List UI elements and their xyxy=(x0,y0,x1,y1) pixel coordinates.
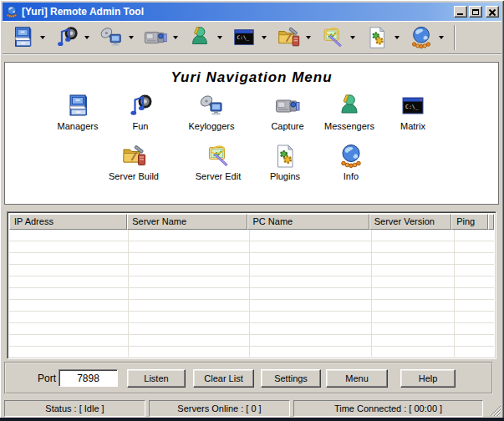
chevron-down-icon xyxy=(84,36,89,39)
toolbar-keyloggers-button[interactable] xyxy=(96,23,126,52)
nav-item-messengers[interactable]: Messengers xyxy=(316,93,383,131)
chevron-down-icon xyxy=(173,36,178,39)
nav-item-server-build[interactable]: Server Build xyxy=(100,143,167,181)
toolbar-keyloggers-dropdown[interactable] xyxy=(126,29,136,46)
status-panel-servers-online: Servers Online : [ 0 ] xyxy=(149,400,290,417)
messengers-icon xyxy=(336,93,363,119)
column-header-ping[interactable]: Ping xyxy=(451,214,488,230)
toolbar-server-build-dropdown[interactable] xyxy=(303,29,313,46)
nav-item-label: Capture xyxy=(254,121,321,131)
toolbar-fun-dropdown[interactable] xyxy=(82,29,92,46)
app-globe-icon xyxy=(5,5,18,18)
toolbar-divider xyxy=(3,53,501,55)
keyloggers-icon xyxy=(198,93,225,119)
title-bar[interactable]: [Yuri] Remote Admin Tool xyxy=(3,3,501,21)
server-list-header: IP Adress Server Name PC Name Server Ver… xyxy=(9,214,494,230)
close-icon xyxy=(489,9,496,15)
column-header-server-version[interactable]: Server Version xyxy=(369,214,451,230)
toolbar-matrix-dropdown[interactable] xyxy=(259,29,269,46)
toolbar-fun-button[interactable] xyxy=(52,23,82,52)
server-list: IP Adress Server Name PC Name Server Ver… xyxy=(7,211,496,359)
nav-item-label: Matrix xyxy=(379,121,446,131)
chevron-down-icon xyxy=(262,36,267,39)
nav-item-managers[interactable]: Managers xyxy=(44,93,111,131)
chevron-down-icon xyxy=(129,36,134,39)
chevron-down-icon xyxy=(439,36,444,39)
nav-item-label: Messengers xyxy=(316,121,383,131)
info-icon xyxy=(338,143,364,170)
grid-line xyxy=(128,230,129,357)
nav-item-matrix[interactable]: Matrix xyxy=(379,93,446,131)
nav-item-label: Server Build xyxy=(100,171,167,181)
managers-icon xyxy=(10,25,35,50)
grid-line xyxy=(249,230,250,357)
toolbar-matrix-button[interactable] xyxy=(229,23,259,52)
server-edit-icon xyxy=(205,143,232,170)
toolbar-server-edit-dropdown[interactable] xyxy=(348,29,358,46)
status-panel-time-connected: Time Connected : [ 00:00 ] xyxy=(293,400,483,417)
managers-icon xyxy=(64,93,91,119)
resize-grip-icon[interactable] xyxy=(490,405,501,416)
maximize-icon xyxy=(472,9,479,15)
fun-icon xyxy=(54,25,79,50)
toolbar-capture-dropdown[interactable] xyxy=(171,29,181,46)
chevron-down-icon xyxy=(395,36,400,39)
window-title: [Yuri] Remote Admin Tool xyxy=(22,6,454,18)
menu-button[interactable]: Menu xyxy=(326,369,388,388)
toolbar-info-button[interactable] xyxy=(406,23,436,52)
plugins-icon xyxy=(364,25,389,50)
column-header-pc-name[interactable]: PC Name xyxy=(247,214,369,230)
settings-button[interactable]: Settings xyxy=(261,369,321,388)
toolbar-messengers-dropdown[interactable] xyxy=(215,29,225,46)
column-header-server-name[interactable]: Server Name xyxy=(127,214,247,230)
nav-title: Yuri Navigation Menu xyxy=(5,69,498,86)
caption-buttons xyxy=(454,6,499,18)
keyloggers-icon xyxy=(99,25,124,50)
toolbar-plugins-dropdown[interactable] xyxy=(392,29,402,46)
server-build-icon xyxy=(276,25,301,50)
toolbar-managers-button[interactable] xyxy=(8,23,38,52)
nav-item-keyloggers[interactable]: Keyloggers xyxy=(178,93,245,131)
port-label: Port xyxy=(38,373,56,384)
toolbar-plugins-button[interactable] xyxy=(362,23,392,52)
chevron-down-icon xyxy=(40,36,45,39)
toolbar-capture-button[interactable] xyxy=(140,23,171,52)
nav-item-plugins[interactable]: Plugins xyxy=(252,143,318,181)
capture-icon xyxy=(143,25,168,50)
status-bar: Status : [ Idle ] Servers Online : [ 0 ]… xyxy=(0,398,504,418)
nav-item-label: Managers xyxy=(44,121,111,131)
chevron-down-icon xyxy=(350,36,355,39)
server-build-icon xyxy=(120,143,147,170)
nav-item-fun[interactable]: Fun xyxy=(107,93,174,131)
maximize-button[interactable] xyxy=(469,6,482,18)
column-header-ip-adress[interactable]: IP Adress xyxy=(9,214,127,230)
toolbar-messengers-button[interactable] xyxy=(185,23,215,52)
help-button[interactable]: Help xyxy=(400,369,456,388)
server-list-body[interactable] xyxy=(9,230,494,357)
toolbar-server-edit-button[interactable] xyxy=(318,23,348,52)
port-input[interactable] xyxy=(59,369,118,387)
nav-item-label: Keyloggers xyxy=(178,121,245,131)
nav-item-label: Server Edit xyxy=(185,171,252,181)
toolbar-info-dropdown[interactable] xyxy=(436,29,446,46)
nav-item-info[interactable]: Info xyxy=(318,143,384,181)
nav-item-capture[interactable]: Capture xyxy=(254,93,321,131)
close-button[interactable] xyxy=(486,6,499,18)
fun-icon xyxy=(127,93,154,119)
nav-item-label: Fun xyxy=(107,121,174,131)
chevron-down-icon xyxy=(217,36,222,39)
messengers-icon xyxy=(187,25,212,50)
control-panel: Port Listen Clear List Settings Menu Hel… xyxy=(4,362,493,394)
status-panel-status: Status : [ Idle ] xyxy=(4,400,145,417)
listen-button[interactable]: Listen xyxy=(127,369,186,388)
clear-list-button[interactable]: Clear List xyxy=(193,369,254,388)
matrix-icon xyxy=(400,93,426,119)
nav-item-label: Info xyxy=(318,171,384,181)
toolbar xyxy=(3,21,501,53)
matrix-icon xyxy=(232,25,257,50)
toolbar-managers-dropdown[interactable] xyxy=(38,29,48,46)
minimize-button[interactable] xyxy=(454,6,467,18)
window-bottom-edge xyxy=(0,418,504,421)
toolbar-server-build-button[interactable] xyxy=(273,23,303,52)
nav-item-server-edit[interactable]: Server Edit xyxy=(185,143,252,181)
